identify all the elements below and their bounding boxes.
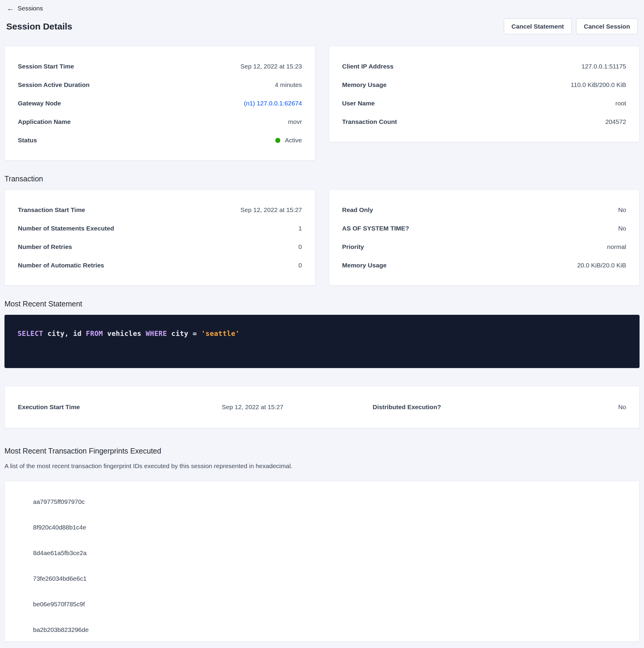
summary-row: Session Active Duration 4 minutes — [18, 76, 302, 94]
fingerprint-item: aa79775ff097970c — [33, 489, 626, 515]
row-value: 4 minutes — [275, 81, 302, 89]
sql-statement-box: SELECT city, id FROM vehicles WHERE city… — [4, 315, 640, 368]
page-title: Session Details — [6, 21, 72, 32]
cancel-session-button[interactable]: Cancel Session — [576, 18, 638, 34]
row-label: Distributed Execution? — [372, 403, 441, 411]
summary-row: Memory Usage 110.0 KiB/200.0 KiB — [342, 76, 627, 94]
fingerprint-item: 73fe26034bd6e6c1 — [33, 566, 626, 591]
sql-keyword: SELECT — [17, 330, 47, 337]
sql-text: vehicles — [107, 330, 145, 337]
status-text: Active — [285, 137, 302, 144]
sql-string-literal: 'seattle' — [201, 330, 240, 337]
row-label: Session Start Time — [18, 63, 74, 70]
summary-row: Number of Automatic Retries 0 — [18, 256, 302, 275]
row-value: 0 — [298, 243, 302, 251]
row-value: normal — [607, 243, 626, 251]
row-label: Memory Usage — [342, 262, 387, 269]
row-value: Sep 12, 2022 at 15:27 — [222, 403, 283, 411]
row-value: 110.0 KiB/200.0 KiB — [571, 81, 626, 89]
row-label: Session Active Duration — [18, 81, 90, 89]
summary-row: Status Active — [18, 131, 302, 150]
row-label: Number of Statements Executed — [18, 225, 114, 232]
breadcrumb-label: Sessions — [17, 5, 43, 12]
row-label: Number of Automatic Retries — [18, 262, 104, 269]
row-label: Transaction Count — [342, 118, 397, 125]
summary-row: User Name root — [342, 94, 627, 113]
row-value: 1 — [298, 225, 302, 232]
fingerprint-item: ba2b203b823296de — [33, 617, 626, 642]
fingerprints-card: aa79775ff097970c 8f920c40d88b1c4e 8d4ae6… — [4, 481, 640, 642]
execution-start-time-pair: Execution Start Time Sep 12, 2022 at 15:… — [5, 403, 322, 411]
row-label: User Name — [342, 100, 375, 107]
row-value: 20.0 KiB/20.0 KiB — [577, 262, 626, 269]
transaction-card-right: Read Only No AS OF SYSTEM TIME? No Prior… — [329, 190, 640, 285]
summary-row: Priority normal — [342, 238, 627, 256]
back-arrow-icon: ← — [7, 5, 14, 12]
status-badge: Active — [275, 137, 302, 144]
summary-row: Gateway Node (n1) 127.0.0.1:62674 — [18, 94, 302, 113]
sql-keyword: WHERE — [145, 330, 171, 337]
summary-row: Session Start Time Sep 12, 2022 at 15:23 — [18, 57, 302, 76]
summary-row: Number of Statements Executed 1 — [18, 219, 302, 238]
row-value: root — [616, 100, 626, 107]
row-label: Read Only — [342, 206, 373, 214]
fingerprint-item: 8d4ae61a5fb3ce2a — [33, 540, 626, 566]
statement-section-title: Most Recent Statement — [4, 300, 640, 308]
distributed-execution-pair: Distributed Execution? No — [322, 403, 639, 411]
page-header: Session Details Cancel Statement Cancel … — [4, 18, 640, 34]
row-value: movr — [288, 118, 302, 125]
transaction-grid: Transaction Start Time Sep 12, 2022 at 1… — [4, 190, 640, 285]
transaction-card-left: Transaction Start Time Sep 12, 2022 at 1… — [4, 190, 315, 285]
row-label: AS OF SYSTEM TIME? — [342, 225, 409, 232]
execution-card: Execution Start Time Sep 12, 2022 at 15:… — [4, 386, 640, 428]
gateway-node-link[interactable]: (n1) 127.0.0.1:62674 — [244, 100, 302, 107]
summary-row: Number of Retries 0 — [18, 238, 302, 256]
sql-text: city, id — [47, 330, 86, 337]
sql-text: city = — [171, 330, 201, 337]
row-value: Sep 12, 2022 at 15:27 — [240, 206, 302, 214]
summary-row: AS OF SYSTEM TIME? No — [342, 219, 627, 238]
fingerprint-item: 8f920c40d88b1c4e — [33, 515, 626, 540]
row-label: Client IP Address — [342, 63, 394, 70]
session-summary-card-left: Session Start Time Sep 12, 2022 at 15:23… — [4, 46, 315, 161]
fingerprints-section-title: Most Recent Transaction Fingerprints Exe… — [4, 447, 640, 455]
row-value: Sep 12, 2022 at 15:23 — [240, 63, 302, 70]
status-active-dot-icon — [275, 138, 280, 143]
row-label: Gateway Node — [18, 100, 61, 107]
row-label: Priority — [342, 243, 364, 251]
session-summary-grid: Session Start Time Sep 12, 2022 at 15:23… — [4, 46, 640, 161]
transaction-section-title: Transaction — [4, 174, 640, 183]
row-label: Transaction Start Time — [18, 206, 85, 214]
sql-keyword: FROM — [86, 330, 107, 337]
header-actions: Cancel Statement Cancel Session — [504, 18, 638, 34]
summary-row: Transaction Count 204572 — [342, 113, 627, 131]
row-label: Number of Retries — [18, 243, 72, 251]
summary-row: Transaction Start Time Sep 12, 2022 at 1… — [18, 201, 302, 219]
session-details-page: ← Sessions Session Details Cancel Statem… — [0, 0, 644, 642]
row-value: 204572 — [605, 118, 626, 125]
session-summary-card-right: Client IP Address 127.0.0.1:51175 Memory… — [329, 46, 640, 142]
row-label: Execution Start Time — [18, 403, 80, 411]
breadcrumb-back-sessions[interactable]: ← Sessions — [4, 4, 45, 13]
fingerprints-description: A list of the most recent transaction fi… — [4, 463, 640, 470]
row-value: No — [618, 403, 626, 411]
row-value: No — [618, 225, 626, 232]
row-value: 127.0.0.1:51175 — [582, 63, 626, 70]
row-value: No — [618, 206, 626, 214]
cancel-statement-button[interactable]: Cancel Statement — [504, 18, 572, 34]
row-value: 0 — [298, 262, 302, 269]
summary-row: Client IP Address 127.0.0.1:51175 — [342, 57, 627, 76]
summary-row: Application Name movr — [18, 113, 302, 131]
fingerprint-item: be06e9570f785c9f — [33, 591, 626, 617]
summary-row: Read Only No — [342, 201, 627, 219]
row-label: Status — [18, 137, 37, 144]
row-label: Application Name — [18, 118, 70, 125]
summary-row: Memory Usage 20.0 KiB/20.0 KiB — [342, 256, 627, 275]
row-label: Memory Usage — [342, 81, 387, 89]
